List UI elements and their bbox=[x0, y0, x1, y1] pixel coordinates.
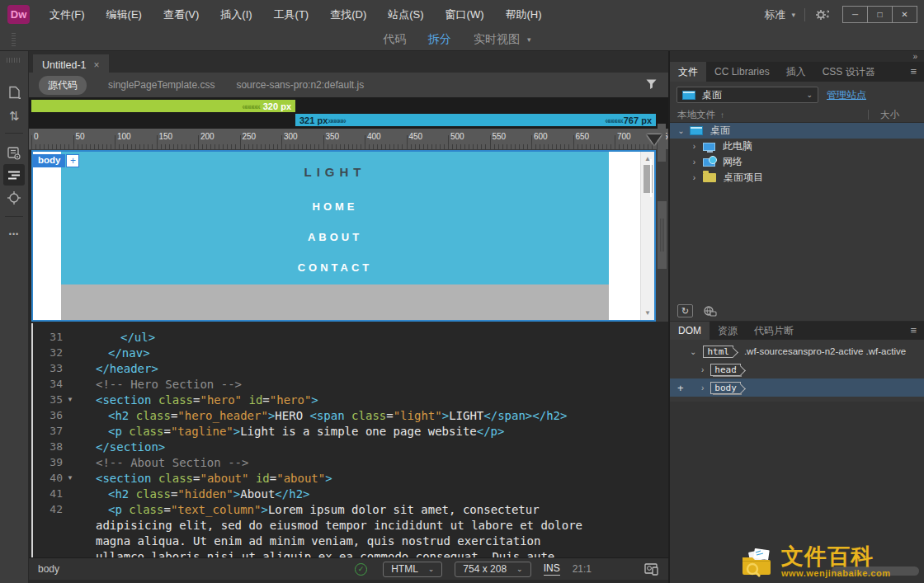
panel-menu-icon[interactable]: ≡ bbox=[910, 324, 917, 336]
window-size-dropdown[interactable]: 754 x 208 ⌄ bbox=[455, 562, 530, 577]
menu-item[interactable]: 文件(F) bbox=[39, 0, 96, 29]
minimize-button[interactable]: ─ bbox=[842, 6, 868, 23]
tab-CSS 设计器[interactable]: CSS 设计器 bbox=[814, 62, 884, 82]
panel-menu-icon[interactable]: ≡ bbox=[910, 65, 917, 78]
dom-tag-head[interactable]: head bbox=[710, 364, 741, 376]
code-fold-icon[interactable]: ▼ bbox=[63, 396, 78, 403]
media-query-320[interactable]: ««««« 320 px bbox=[31, 100, 295, 112]
file-tree-item[interactable]: ›此电脑 bbox=[670, 139, 924, 154]
design-nav-about[interactable]: ABOUT bbox=[308, 231, 362, 243]
related-file[interactable]: source-sans-pro:n2:default.js bbox=[236, 79, 364, 91]
expander-icon[interactable]: › bbox=[688, 142, 700, 151]
tab-资源[interactable]: 资源 bbox=[710, 322, 746, 340]
panel-splitter[interactable] bbox=[656, 150, 668, 322]
code-line[interactable]: 41<h2 class="hidden">About</h2> bbox=[33, 486, 668, 501]
split-view-button[interactable]: 拆分 bbox=[428, 32, 451, 47]
expander-icon[interactable]: › bbox=[701, 383, 704, 393]
expander-icon[interactable]: › bbox=[688, 173, 700, 182]
expander-icon[interactable]: › bbox=[688, 158, 700, 167]
design-scrollbar[interactable]: ▲ ▼ bbox=[640, 152, 654, 320]
code-line[interactable]: 36<h2 class="hero_header">HERO <span cla… bbox=[33, 407, 668, 423]
customize-toolbar-icon[interactable]: ••• bbox=[3, 223, 25, 245]
tag-selector[interactable]: body bbox=[38, 563, 59, 575]
dom-node-body[interactable]: +›body bbox=[670, 378, 924, 397]
file-tree-item[interactable]: ⌄桌面 bbox=[670, 123, 924, 139]
menu-item[interactable]: 插入(I) bbox=[210, 0, 262, 29]
add-element-button[interactable]: + bbox=[66, 154, 79, 167]
expander-icon[interactable]: ⌄ bbox=[675, 126, 687, 135]
menu-item[interactable]: 查找(D) bbox=[319, 0, 377, 29]
file-management-updown-icon[interactable]: ⇅ bbox=[3, 106, 25, 127]
collapse-panels-bar[interactable]: » bbox=[670, 51, 924, 62]
code-line[interactable]: 38</section> bbox=[33, 439, 668, 454]
design-nav-contact[interactable]: CONTACT bbox=[298, 261, 373, 274]
code-fold-icon[interactable]: ▼ bbox=[63, 474, 78, 482]
splitter-grabber[interactable] bbox=[658, 201, 667, 269]
dom-tag-body[interactable]: body bbox=[710, 382, 741, 394]
close-icon[interactable]: × bbox=[94, 59, 100, 71]
design-nav-home[interactable]: HOME bbox=[313, 200, 358, 213]
related-file[interactable]: 源代码 bbox=[39, 76, 87, 95]
code-line[interactable]: 39<!-- About Section --> bbox=[33, 454, 668, 470]
expander-icon[interactable]: › bbox=[701, 365, 704, 374]
code-line[interactable]: 33</header> bbox=[33, 360, 668, 376]
tab-DOM[interactable]: DOM bbox=[670, 322, 710, 340]
code-line[interactable]: 40▼<section class="about" id="about"> bbox=[33, 470, 668, 486]
manage-sites-link[interactable]: 管理站点 bbox=[827, 88, 866, 102]
code-line[interactable]: 31</ul> bbox=[33, 329, 668, 345]
code-line[interactable]: 34<!-- Hero Section --> bbox=[33, 376, 668, 392]
collapse-icon[interactable]: » bbox=[912, 52, 917, 61]
code-line[interactable]: 37<p class="tagline">Light is a simple o… bbox=[33, 423, 668, 439]
viewport-scrubber-handle[interactable] bbox=[647, 134, 662, 145]
open-documents-icon[interactable] bbox=[3, 82, 25, 104]
menu-item[interactable]: 站点(S) bbox=[377, 0, 434, 29]
target-guides-icon[interactable] bbox=[3, 187, 25, 209]
tab-代码片断[interactable]: 代码片断 bbox=[746, 322, 802, 340]
code-line[interactable]: adipisicing elit, sed do eiusmod tempor … bbox=[33, 517, 668, 533]
get-put-icon[interactable] bbox=[702, 305, 717, 317]
code-line[interactable]: 42<p class="text_column">Lorem ipsum dol… bbox=[33, 501, 668, 517]
element-tag-badge[interactable]: body bbox=[33, 154, 65, 167]
code-view-button[interactable]: 代码 bbox=[383, 32, 406, 47]
insert-mode-indicator[interactable]: INS bbox=[544, 562, 560, 576]
about-section[interactable] bbox=[61, 284, 609, 320]
menu-item[interactable]: 编辑(E) bbox=[96, 0, 153, 29]
scroll-up-icon[interactable]: ▲ bbox=[641, 152, 654, 162]
tab-插入[interactable]: 插入 bbox=[778, 62, 814, 82]
tab-CC Libraries[interactable]: CC Libraries bbox=[706, 62, 778, 82]
live-view-button[interactable]: 实时视图 ▾ bbox=[474, 32, 531, 47]
code-line[interactable]: 32</nav> bbox=[33, 345, 668, 360]
size-column[interactable]: 大小 bbox=[874, 109, 917, 121]
design-view[interactable]: body + LIGHT HOMEABOUTCONTACT ▲ ▼ bbox=[31, 150, 656, 322]
file-tree-item[interactable]: ›桌面项目 bbox=[670, 170, 924, 186]
menu-item[interactable]: 帮助(H) bbox=[495, 0, 553, 29]
format-source-code-icon[interactable] bbox=[3, 164, 25, 186]
menu-item[interactable]: 工具(T) bbox=[263, 0, 320, 29]
related-file[interactable]: singlePageTemplate.css bbox=[108, 79, 214, 91]
code-line[interactable]: magna aliqua. Ut enim ad minim veniam, q… bbox=[33, 533, 668, 548]
expander-icon[interactable]: ⌄ bbox=[690, 347, 696, 356]
tab-文件[interactable]: 文件 bbox=[670, 62, 706, 82]
code-line[interactable]: 35▼<section class="hero" id="hero"> bbox=[33, 392, 668, 407]
local-files-column[interactable]: 本地文件 bbox=[677, 109, 715, 121]
dom-node-head[interactable]: ›head bbox=[670, 360, 924, 378]
code-view[interactable]: 31</ul>32</nav>33</header>34<!-- Hero Se… bbox=[31, 323, 668, 557]
dom-tag-html[interactable]: html bbox=[703, 346, 733, 358]
workspace-switcher[interactable]: 标准 ▾ bbox=[764, 7, 795, 22]
filter-funnel-icon[interactable] bbox=[645, 78, 658, 90]
sync-settings-gear-icon[interactable] bbox=[814, 8, 831, 21]
refresh-icon[interactable]: ↻ bbox=[677, 304, 693, 317]
device-preview-icon[interactable] bbox=[644, 562, 660, 576]
column-divider[interactable] bbox=[868, 110, 869, 120]
dom-node-html[interactable]: ⌄html.wf-sourcesanspro-n2-active .wf-act… bbox=[670, 342, 924, 360]
menu-item[interactable]: 窗口(W) bbox=[435, 0, 495, 29]
maximize-button[interactable]: □ bbox=[867, 6, 893, 23]
file-tree-item[interactable]: ›网络 bbox=[670, 154, 924, 170]
close-button[interactable]: ✕ bbox=[892, 6, 917, 23]
code-line[interactable]: ullamco laboris nisi ut aliquip ex ea co… bbox=[33, 548, 668, 557]
scroll-down-icon[interactable]: ▼ bbox=[641, 309, 654, 317]
doctype-dropdown[interactable]: HTML ⌄ bbox=[383, 562, 442, 577]
menu-item[interactable]: 查看(V) bbox=[153, 0, 210, 29]
media-query-321-767[interactable]: 321 px »»»»» ««««« 767 px bbox=[295, 114, 656, 126]
site-dropdown[interactable]: 桌面 ⌄ bbox=[676, 87, 818, 103]
